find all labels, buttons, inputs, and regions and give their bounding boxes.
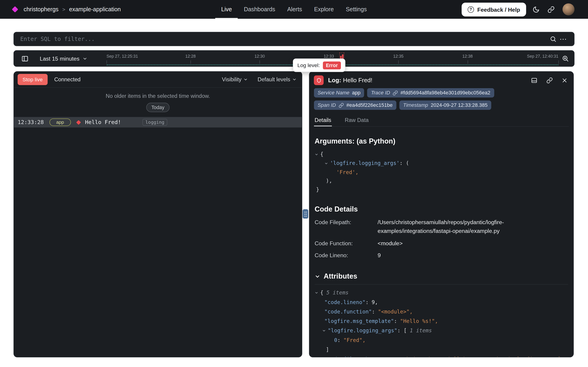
- top-nav: christophergs > example-application Live…: [0, 0, 588, 19]
- tab-details[interactable]: Details: [314, 114, 332, 126]
- nav-right-cluster: ? Feedback / Help: [461, 0, 574, 19]
- moon-icon: [532, 6, 539, 13]
- link-icon: [393, 90, 398, 96]
- time-range-selector[interactable]: Last 15 minutes: [37, 55, 90, 62]
- log-level-tooltip: Log level: Error: [293, 58, 345, 72]
- service-name-label: Service Name: [318, 90, 349, 96]
- dock-panel-icon: [531, 77, 538, 83]
- live-panel-header-controls: Visibility Default levels: [222, 76, 298, 83]
- today-button[interactable]: Today: [146, 103, 170, 112]
- close-panel-button[interactable]: [560, 75, 569, 85]
- link-icon: [547, 6, 555, 13]
- chevron-down-icon: [292, 77, 297, 82]
- code-filepath-value: /Users/christophersamiullah/repos/pydant…: [378, 218, 539, 235]
- panel-resize-handle[interactable]: [303, 209, 308, 219]
- attributes-heading: Attributes: [324, 272, 357, 280]
- detail-title: Log:Hello Fred!: [328, 77, 372, 83]
- breadcrumb-project[interactable]: example-application: [69, 6, 121, 13]
- default-levels-label: Default levels: [258, 76, 290, 83]
- span-id-value: #ea4d5f226ec151be: [346, 102, 393, 108]
- code-function-row: Code Function: <module>: [315, 239, 568, 247]
- service-name-value: app: [352, 90, 361, 96]
- nav-item-dashboards[interactable]: Dashboards: [238, 0, 281, 19]
- timeline-tick-label: Sep 27, 12:25:31: [107, 54, 138, 58]
- feedback-help-label: Feedback / Help: [477, 6, 520, 13]
- error-level-diamond-icon: [76, 120, 81, 125]
- log-timestamp: 12:33:28: [18, 119, 44, 125]
- time-range-label: Last 15 minutes: [40, 55, 79, 62]
- default-levels-dropdown[interactable]: Default levels: [258, 76, 297, 83]
- arguments-code-block: { 'logfire.logging_args': ( 'Fred', ), }: [315, 150, 568, 194]
- breadcrumb-separator: >: [62, 6, 65, 12]
- more-options-button[interactable]: ⋯: [558, 34, 569, 44]
- breadcrumb-org[interactable]: christophergs: [24, 6, 58, 13]
- timestamp-badge[interactable]: Timestamp2024-09-27 12:33:28.385: [399, 100, 491, 110]
- tab-raw-data[interactable]: Raw Data: [344, 114, 369, 126]
- search-button[interactable]: [548, 34, 558, 44]
- live-panel-header: Stop live Connected Visibility Default l…: [14, 72, 302, 88]
- detail-badges: Service Nameapp Trace ID#fdd5694a8fa98eb…: [309, 87, 528, 113]
- attributes-section-toggle[interactable]: Attributes: [315, 272, 568, 280]
- sidebar-toggle-button[interactable]: [20, 53, 30, 64]
- code-function-label: Code Function:: [315, 239, 378, 247]
- timeline-tick-label: 12:30: [255, 54, 265, 58]
- zoom-in-icon: [562, 55, 569, 62]
- logo-diamond-icon[interactable]: [12, 6, 18, 13]
- feedback-help-button[interactable]: ? Feedback / Help: [461, 2, 526, 16]
- grip-dots-icon: [304, 211, 307, 217]
- service-tag: app: [49, 118, 71, 126]
- chevron-down-icon: [83, 56, 87, 61]
- collapse-toggle-icon[interactable]: [315, 150, 320, 159]
- log-level-error-badge: Error: [323, 61, 341, 69]
- collapse-toggle-icon[interactable]: [315, 288, 320, 298]
- ellipsis-icon: ⋯: [560, 35, 567, 42]
- code-details-rows: Code Filepath: /Users/christophersamiull…: [315, 218, 568, 259]
- detail-panel: Log:Hello Fred!: [309, 71, 574, 357]
- error-shield-icon: [314, 75, 324, 85]
- timeline-tick-label: Sep 27, 12:40:31: [527, 54, 558, 58]
- code-details-heading: Code Details: [315, 205, 568, 213]
- code-filepath-label: Code Filepath:: [315, 218, 378, 235]
- nav-item-settings[interactable]: Settings: [340, 0, 373, 19]
- close-icon: [562, 77, 567, 83]
- chevron-down-icon: [243, 77, 248, 82]
- timeline-tick-label: 12:38: [462, 54, 473, 58]
- search-icon: [550, 36, 556, 42]
- share-link-button[interactable]: [546, 4, 556, 15]
- link-icon: [339, 103, 344, 108]
- nav-item-alerts[interactable]: Alerts: [281, 0, 308, 19]
- collapse-toggle-icon[interactable]: [324, 159, 330, 168]
- copy-link-button[interactable]: [545, 75, 554, 85]
- visibility-label: Visibility: [222, 76, 241, 83]
- trace-id-badge[interactable]: Trace ID#fdd5694a8fa98eb4e301d99ebc056ea…: [367, 88, 494, 98]
- span-id-badge[interactable]: Span ID#ea4d5f226ec151be: [314, 100, 397, 110]
- code-function-value: <module>: [378, 239, 403, 247]
- collapse-toggle-icon[interactable]: [322, 326, 328, 335]
- attributes-json-block: {5 items "code.lineno":9, "code.function…: [315, 288, 568, 357]
- stop-live-button[interactable]: Stop live: [18, 74, 48, 85]
- log-message: Hello Fred!: [85, 119, 121, 125]
- timeline-tick-label: 12:33: [324, 54, 334, 58]
- logging-scope-tag: logging: [142, 119, 167, 126]
- timeline-tick-mark: [558, 60, 559, 64]
- dock-panel-button[interactable]: [530, 75, 539, 85]
- sql-filter-input[interactable]: [19, 35, 548, 43]
- theme-toggle-button[interactable]: [531, 4, 541, 15]
- app-root: christophergs > example-application Live…: [0, 0, 588, 367]
- timeline-tick-mark: [398, 60, 399, 64]
- visibility-dropdown[interactable]: Visibility: [222, 76, 248, 83]
- nav-item-explore[interactable]: Explore: [308, 0, 340, 19]
- zoom-in-button[interactable]: [560, 53, 570, 64]
- trace-id-value: #fdd5694a8fa98eb4e301d99ebc056ea2: [401, 90, 490, 96]
- service-name-badge[interactable]: Service Nameapp: [314, 88, 364, 98]
- connection-status: Connected: [54, 76, 81, 83]
- sql-filter-bar: ⋯: [14, 32, 574, 46]
- avatar[interactable]: [563, 3, 574, 15]
- arguments-heading: Arguments: (as Python): [315, 137, 568, 146]
- code-filepath-row: Code Filepath: /Users/christophersamiull…: [315, 218, 568, 235]
- timeline-tick-mark: [107, 60, 107, 64]
- timeline-controls: Last 15 minutes: [20, 50, 90, 66]
- log-row[interactable]: 12:33:28 app Hello Fred! logging: [14, 117, 302, 127]
- nav-item-live[interactable]: Live: [215, 0, 238, 19]
- chevron-down-icon: [315, 274, 320, 279]
